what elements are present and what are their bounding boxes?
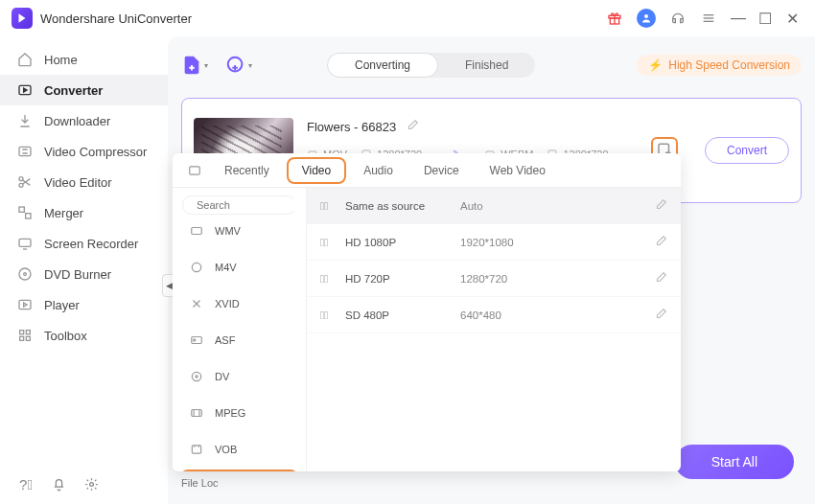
svg-point-20: [89, 482, 93, 486]
start-all-button[interactable]: Start All: [675, 445, 794, 479]
sidebar-label: Converter: [44, 83, 103, 98]
sidebar-item-recorder[interactable]: Screen Recorder: [0, 228, 168, 259]
sidebar: Home Converter Downloader Video Compress…: [0, 36, 168, 504]
recorder-icon: [17, 236, 33, 251]
play-icon: [17, 297, 33, 312]
svg-rect-11: [26, 214, 31, 218]
format-xvid[interactable]: XVID: [173, 286, 306, 322]
sidebar-item-toolbox[interactable]: Toolbox: [0, 320, 168, 351]
resolution-720p[interactable]: ▸⃞HD 720P1280*720: [307, 261, 681, 297]
edit-icon[interactable]: [654, 271, 667, 286]
maximize-button[interactable]: ☐: [754, 7, 777, 30]
dd-tab-audio[interactable]: Audio: [350, 156, 407, 185]
format-m4v[interactable]: M4V: [173, 249, 306, 286]
chevron-down-icon: ▾: [248, 61, 252, 70]
sidebar-item-merger[interactable]: Merger: [0, 197, 168, 228]
format-wmv[interactable]: WMV: [173, 222, 306, 249]
sidebar-item-editor[interactable]: Video Editor: [0, 167, 168, 197]
svg-rect-39: [192, 446, 200, 453]
add-url-button[interactable]: ▾: [225, 55, 252, 76]
play-box-icon: ▸⃞: [320, 273, 336, 285]
svg-point-8: [19, 177, 23, 181]
svg-rect-12: [19, 239, 31, 246]
format-mpeg[interactable]: MPEG: [173, 395, 306, 431]
play-box-icon: ▸⃞: [320, 237, 336, 248]
app-title: Wondershare UniConverter: [40, 11, 192, 26]
format-search[interactable]: [182, 195, 296, 215]
format-dv[interactable]: DV: [173, 358, 306, 395]
edit-name-icon[interactable]: [406, 119, 419, 135]
search-input[interactable]: [197, 199, 307, 211]
edit-icon[interactable]: [654, 235, 667, 250]
svg-rect-17: [26, 331, 30, 334]
dd-tab-webvideo[interactable]: Web Video: [477, 156, 559, 185]
gift-icon[interactable]: [606, 10, 623, 27]
sidebar-label: Video Editor: [44, 175, 112, 190]
svg-rect-19: [26, 336, 30, 340]
svg-point-33: [192, 263, 200, 271]
menu-icon[interactable]: [700, 10, 717, 27]
svg-point-13: [19, 268, 31, 280]
resolution-480p[interactable]: ▸⃞SD 480P640*480: [307, 297, 681, 333]
gear-icon[interactable]: [82, 475, 100, 493]
sidebar-label: Player: [44, 298, 80, 312]
chevron-down-icon: ▾: [204, 61, 208, 70]
svg-rect-30: [190, 166, 200, 173]
format-dropdown: Recently Video Audio Device Web Video WM…: [173, 153, 681, 471]
sidebar-label: Screen Recorder: [44, 237, 138, 251]
svg-rect-18: [20, 336, 24, 340]
sidebar-item-downloader[interactable]: Downloader: [0, 105, 168, 136]
minimize-button[interactable]: —: [727, 7, 750, 30]
svg-point-35: [194, 339, 196, 341]
sidebar-item-dvd[interactable]: DVD Burner: [0, 259, 168, 289]
thumbnail-toggle-icon[interactable]: [186, 164, 203, 177]
merge-icon: [17, 205, 33, 220]
sidebar-label: Merger: [44, 206, 83, 220]
sidebar-label: Home: [44, 53, 78, 67]
resolution-1080p[interactable]: ▸⃞HD 1080P1920*1080: [307, 224, 681, 261]
dd-tab-device[interactable]: Device: [410, 156, 473, 185]
convert-button[interactable]: Convert: [705, 137, 789, 164]
svg-point-2: [644, 14, 648, 18]
svg-rect-15: [19, 300, 31, 309]
sidebar-label: Toolbox: [44, 329, 87, 343]
svg-rect-16: [20, 331, 24, 334]
tabs: Converting Finished: [327, 53, 535, 78]
user-avatar[interactable]: [637, 9, 656, 28]
bell-icon[interactable]: [50, 475, 67, 493]
dd-tab-video[interactable]: Video: [287, 157, 346, 184]
high-speed-conversion[interactable]: ⚡High Speed Conversion: [637, 55, 802, 76]
sidebar-item-player[interactable]: Player: [0, 289, 168, 320]
format-vob[interactable]: VOB: [173, 431, 306, 468]
sidebar-item-converter[interactable]: Converter: [0, 75, 168, 105]
add-file-button[interactable]: ▾: [181, 55, 208, 76]
help-icon[interactable]: ?⃝: [17, 475, 35, 493]
bolt-icon: ⚡: [648, 58, 663, 72]
svg-rect-10: [19, 207, 24, 212]
sidebar-item-compressor[interactable]: Video Compressor: [0, 136, 168, 167]
sidebar-item-home[interactable]: Home: [0, 44, 168, 75]
compress-icon: [17, 144, 33, 159]
dd-tab-recently[interactable]: Recently: [211, 156, 283, 185]
svg-point-9: [19, 183, 23, 187]
svg-point-14: [24, 273, 27, 276]
edit-icon[interactable]: [654, 308, 667, 323]
headset-icon[interactable]: [669, 10, 687, 27]
sidebar-label: Downloader: [44, 114, 110, 128]
svg-point-36: [192, 372, 200, 380]
file-name: Flowers - 66823: [307, 120, 396, 134]
resolution-same[interactable]: ▸⃞Same as sourceAuto: [307, 188, 681, 224]
close-button[interactable]: ✕: [780, 7, 803, 30]
svg-rect-38: [192, 410, 202, 417]
sidebar-label: Video Compressor: [44, 145, 147, 159]
edit-icon[interactable]: [654, 198, 667, 214]
tab-finished[interactable]: Finished: [438, 53, 535, 78]
svg-rect-7: [19, 147, 31, 155]
home-icon: [17, 52, 33, 67]
app-logo: [12, 8, 33, 29]
format-webm[interactable]: WEBM: [180, 470, 298, 471]
tab-converting[interactable]: Converting: [327, 53, 438, 78]
format-asf[interactable]: ASF: [173, 322, 306, 358]
grid-icon: [17, 328, 33, 343]
disc-icon: [17, 266, 33, 282]
